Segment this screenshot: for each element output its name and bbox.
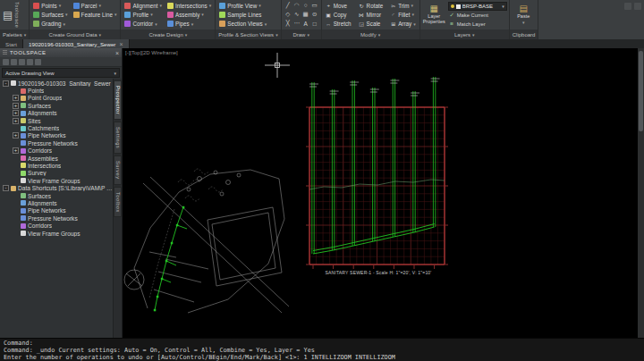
drawing-viewport[interactable] bbox=[123, 48, 638, 338]
toolspace-toolbar-icon[interactable] bbox=[27, 59, 33, 65]
tree-item[interactable]: Pressure Networks bbox=[0, 214, 113, 222]
draw-tool-icon[interactable]: ╱ bbox=[284, 1, 292, 9]
tree-item[interactable]: Points bbox=[0, 87, 113, 94]
tree-expander[interactable]: + bbox=[13, 132, 19, 139]
tree-item[interactable]: + Corridors bbox=[0, 147, 113, 155]
ribbon-button[interactable]: Points▾ bbox=[31, 1, 69, 10]
ribbon-button[interactable]: Alignment▾ bbox=[123, 1, 164, 10]
active-drawing-view-dropdown[interactable]: Active Drawing View ▾ bbox=[2, 68, 120, 78]
ribbon-button[interactable]: Profile▾ bbox=[123, 10, 164, 19]
ribbon-button[interactable]: Sample Lines bbox=[217, 10, 278, 19]
draw-tool-icon[interactable]: ○ bbox=[301, 1, 310, 9]
toolspace-toolbar-icon[interactable] bbox=[35, 59, 41, 65]
make-current-button[interactable]: ✓ Make Current bbox=[448, 12, 507, 20]
tree-expander[interactable]: - bbox=[3, 185, 9, 191]
toolspace-side-tab[interactable]: Settings bbox=[114, 122, 122, 154]
tree-expander[interactable]: + bbox=[13, 147, 19, 154]
tree-expander[interactable]: + bbox=[13, 95, 19, 101]
ribbon-button[interactable]: Feature Line▾ bbox=[72, 10, 119, 19]
tree-item[interactable]: Pressure Networks bbox=[0, 139, 113, 147]
panel-label-draw[interactable]: Draw ▾ bbox=[282, 29, 321, 39]
draw-tool-icon[interactable]: ◠ bbox=[292, 1, 301, 9]
panel-label-create-ground-data[interactable]: Create Ground Data ▾ bbox=[30, 29, 120, 39]
tree-item[interactable]: Corridors bbox=[0, 222, 113, 229]
toolspace-toolbar-icon[interactable] bbox=[3, 59, 9, 65]
tree-item[interactable]: Surfaces bbox=[0, 192, 113, 199]
tree-item[interactable]: Survey bbox=[0, 170, 113, 177]
scrollbar-thumb[interactable] bbox=[639, 51, 643, 131]
draw-tool-icon[interactable]: ∿ bbox=[292, 10, 301, 18]
modify-tool-button[interactable]: ◜ Fillet▾ bbox=[388, 10, 418, 19]
ribbon-minimize-icon[interactable] bbox=[634, 3, 641, 10]
tree-expander[interactable]: - bbox=[3, 80, 9, 87]
layer-dropdown[interactable]: BRSP-BASE ▾ bbox=[448, 2, 507, 11]
draw-tool-icon[interactable]: □ bbox=[310, 20, 319, 28]
toolspace-toolbar-icon[interactable] bbox=[11, 59, 17, 65]
modify-tool-button[interactable]: ⊞ Array▾ bbox=[388, 20, 418, 29]
modify-tool-button[interactable]: ⋈ Mirror bbox=[357, 10, 387, 19]
modify-tool-button[interactable]: ▣ Copy bbox=[324, 10, 355, 19]
ribbon-overflow-icon[interactable] bbox=[624, 3, 631, 10]
layer-properties-button[interactable]: ▦ Layer Properties bbox=[422, 1, 446, 29]
close-icon[interactable]: × bbox=[115, 50, 119, 56]
modify-tool-button[interactable]: ◲ Scale bbox=[357, 20, 387, 29]
tab-drawing[interactable]: 19020196-010303_Sanitary_Sewer × bbox=[23, 39, 129, 48]
tree-expander[interactable]: + bbox=[13, 103, 19, 109]
tree-item[interactable]: Catchments bbox=[0, 124, 113, 131]
panel-label-create-design[interactable]: Create Design ▾ bbox=[121, 29, 215, 39]
tree-item[interactable]: Alignments bbox=[0, 199, 113, 206]
tree-item[interactable]: + Point Groups bbox=[0, 95, 113, 102]
ribbon-button[interactable]: Intersections▾ bbox=[165, 1, 213, 10]
panel-label-modify[interactable]: Modify ▾ bbox=[322, 29, 419, 39]
ribbon-button[interactable]: Assembly▾ bbox=[165, 10, 213, 19]
draw-tool-icon[interactable]: ⊙ bbox=[310, 10, 319, 18]
panel-grip[interactable] bbox=[3, 50, 7, 55]
panel-label-layers[interactable]: Layers ▾ bbox=[420, 29, 509, 39]
toolspace-side-tab[interactable]: Toolbox bbox=[114, 187, 122, 218]
tree-item[interactable]: + Sites bbox=[0, 117, 113, 124]
toolspace-header[interactable]: TOOLSPACE × bbox=[0, 48, 122, 57]
modify-tool-button[interactable]: ↻ Rotate bbox=[357, 1, 387, 10]
draw-tool-icon[interactable]: ◇ bbox=[284, 10, 292, 18]
panel-label-palettes[interactable]: Palettes ▾ bbox=[0, 29, 29, 39]
ribbon-button[interactable]: Corridor▾ bbox=[123, 20, 164, 29]
ribbon-button[interactable]: Parcel▾ bbox=[72, 1, 119, 10]
tree-expander[interactable]: + bbox=[13, 110, 19, 116]
modify-tool-button[interactable]: + Move bbox=[324, 1, 355, 10]
toolspace-toolbar-icon[interactable] bbox=[19, 59, 25, 65]
tree-item[interactable]: - 19020196-010303_Sanitary_Sewer bbox=[0, 80, 113, 87]
tree-item[interactable]: Pipe Networks bbox=[0, 207, 113, 214]
match-layer-button[interactable]: ≡ Match Layer bbox=[448, 20, 507, 28]
draw-tool-icon[interactable]: ▦ bbox=[301, 10, 310, 18]
modify-tool-button[interactable]: ✂ Trim▾ bbox=[388, 1, 418, 10]
viewport-controls[interactable]: [-][Top][2D Wireframe] bbox=[125, 50, 178, 55]
draw-tool-icon[interactable]: A bbox=[301, 20, 310, 28]
command-line[interactable]: Command:Command: _undo Current settings:… bbox=[0, 338, 644, 361]
paste-button[interactable]: ▤ Paste ▾ bbox=[512, 1, 536, 29]
tree-item[interactable]: + Surfaces bbox=[0, 102, 113, 109]
close-icon[interactable]: × bbox=[119, 41, 123, 47]
ribbon-button[interactable]: Profile View▾ bbox=[217, 1, 278, 10]
tree-item[interactable]: Assemblies bbox=[0, 155, 113, 162]
toolspace-icon[interactable]: ▤ bbox=[3, 9, 13, 21]
vertical-scrollbar[interactable] bbox=[638, 48, 644, 338]
tree-item[interactable]: + Alignments bbox=[0, 110, 113, 117]
draw-tool-icon[interactable]: ╳ bbox=[284, 20, 292, 28]
modify-tool-button[interactable]: ↔ Stretch bbox=[324, 20, 355, 29]
tree-item[interactable]: View Frame Groups bbox=[0, 230, 113, 237]
ribbon-button[interactable]: Surfaces▾ bbox=[31, 10, 69, 19]
toolspace-side-tab[interactable]: Survey bbox=[114, 155, 122, 184]
tree-item[interactable]: - Data Shortcuts [S:\Library\VAM\P Dove … bbox=[0, 184, 113, 191]
toolspace-side-tab[interactable]: Prospector bbox=[114, 80, 122, 120]
ribbon-button[interactable]: Grading▾ bbox=[31, 20, 69, 29]
draw-tool-icon[interactable]: ⋯ bbox=[292, 20, 301, 28]
draw-tool-icon[interactable]: ▭ bbox=[310, 1, 319, 9]
drawing-canvas[interactable]: [-][Top][2D Wireframe] bbox=[123, 48, 638, 338]
tree-item[interactable]: View Frame Groups bbox=[0, 177, 113, 184]
tree-item[interactable]: Intersections bbox=[0, 162, 113, 169]
ribbon-button[interactable]: Section Views▾ bbox=[217, 20, 278, 29]
tree-item[interactable]: + Pipe Networks bbox=[0, 132, 113, 139]
ribbon-button[interactable]: Pipes▾ bbox=[165, 20, 213, 29]
tree-expander[interactable]: + bbox=[13, 118, 19, 124]
panel-label-profile-section-views[interactable]: Profile & Section Views ▾ bbox=[216, 29, 280, 39]
